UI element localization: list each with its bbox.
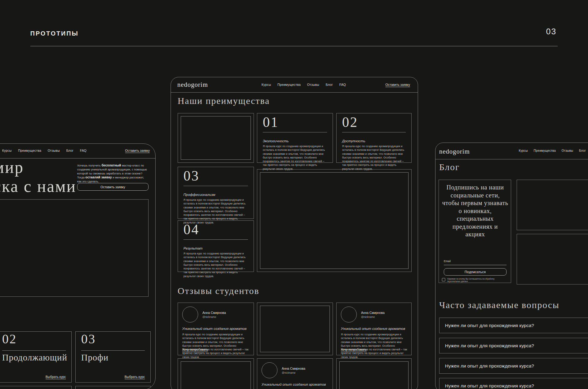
blog-image-placeholder	[517, 180, 588, 230]
faq-item[interactable]: Нужен ли опыт для прохождения курса?	[439, 378, 588, 389]
divider	[2, 350, 66, 351]
reviews-heading: Отзывы студентов	[178, 286, 259, 296]
faq-heading: Часто задаваемые вопросы	[439, 300, 560, 310]
faq-item[interactable]: Нужен ли опыт для прохождения курса?	[439, 338, 588, 353]
advantage-card-03: 03 Проффесионализм Я прошла курс по созд…	[178, 167, 254, 219]
leave-request-link[interactable]: Оставить заявку	[386, 83, 410, 86]
nav-item-blog[interactable]: Блог	[66, 149, 74, 152]
hero-intro-text: Хочешь получить бесплатный мастер-класс …	[77, 163, 149, 183]
course-name: Продолжающий	[2, 353, 67, 363]
faq-item[interactable]: Нужен ли опыт для прохождения курса?	[439, 358, 588, 374]
review-text: Я прошла курс по созданию аромапродукции…	[182, 333, 250, 359]
faq-question: Нужен ли опыт для прохождения курса?	[445, 323, 534, 328]
nav-item-faq[interactable]: FAQ	[339, 83, 346, 86]
reviewer-handle: @nickname	[361, 315, 375, 318]
avatar	[182, 307, 198, 322]
review-card: Анна Смирнова @nickname Уникальный опыт …	[178, 303, 254, 355]
nav-item-reviews[interactable]: Отзывы	[562, 149, 573, 152]
prototype-frame-blog: nedogorim Курсы Преимущества Отзывы Блог…	[435, 143, 588, 389]
review-text: Я прошла курс по созданию аромапродукции…	[341, 333, 408, 359]
advantage-label: Доступность	[342, 139, 365, 143]
course-card-partial	[0, 386, 72, 389]
try-it-link[interactable]: Хочу попробовать	[341, 348, 367, 351]
image-placeholder	[178, 358, 254, 389]
faq-item[interactable]: Нужен ли опыт для прохождения курса?	[439, 318, 588, 333]
advantage-text: Я прошла курс по созданию аромапродукции…	[342, 144, 408, 171]
advantage-number: 03	[183, 168, 199, 184]
advantage-label: Результат	[183, 246, 202, 250]
reviewer-handle: @nickname	[202, 315, 216, 318]
board-rule	[30, 46, 558, 46]
nav-item-reviews[interactable]: Отзывы	[48, 149, 60, 152]
review-title: Уникальный опыт создания ароматов	[341, 327, 405, 330]
reviewer-handle: @nickname	[282, 371, 296, 374]
intro-bold-2: оставляй заявку	[85, 175, 112, 179]
image-placeholder-inner	[339, 361, 409, 389]
board-page-number: 03	[546, 27, 556, 36]
nav-item-faq[interactable]: FAQ	[80, 149, 87, 152]
course-card-partial	[75, 386, 151, 389]
divider	[342, 132, 406, 132]
try-it-link[interactable]: Хочу попробовать	[182, 348, 208, 351]
review-title: Уникальный опыт создания ароматов	[182, 327, 247, 330]
subscribe-card: Подпишись на наши социальные сети, чтобы…	[439, 180, 511, 283]
divider	[81, 350, 145, 351]
divider	[263, 132, 327, 132]
divider	[183, 239, 248, 240]
avatar	[262, 362, 277, 378]
prototype-frame-advantages: nedogorim Курсы Преимущества Отзывы Блог…	[171, 77, 418, 389]
intro-bold-1: бесплатный	[101, 163, 121, 167]
advantage-text: Я прошла курс по созданию аромапродукции…	[183, 252, 249, 278]
hero-heading-line1: мир	[0, 158, 24, 177]
board-title: ПРОТОТИПЫ	[30, 30, 79, 37]
course-number: 03	[81, 332, 96, 346]
image-placeholder	[336, 358, 412, 389]
intro-part-1: Хочешь получить	[77, 164, 101, 167]
advantages-heading: Наши преимущества	[178, 96, 270, 106]
logo: nedogorim	[177, 81, 208, 89]
divider	[183, 186, 248, 186]
advantage-card-04: 04 Результат Я прошла курс по созданию а…	[178, 220, 254, 272]
course-card-03: 03 Профи Выбрать курс	[75, 331, 151, 383]
hero-image-placeholder	[0, 199, 149, 297]
nav-item-courses[interactable]: Курсы	[262, 83, 271, 86]
review-card: Анна Смирнова @nickname Уникальный опыт …	[336, 303, 412, 355]
course-number: 02	[2, 332, 17, 346]
nav-item-reviews[interactable]: Отзывы	[307, 83, 319, 86]
hero-request-button[interactable]: Оставить заявку	[77, 183, 149, 191]
reviewer-name: Анна Смирнова	[282, 367, 305, 370]
faq-question: Нужен ли опыт для прохождения курса?	[445, 363, 534, 369]
nav-item-blog[interactable]: Блог	[326, 83, 333, 86]
consent-checkbox[interactable]	[442, 278, 445, 281]
image-placeholder-inner	[181, 361, 251, 389]
subscribe-text: Подпишись на наши социальные сети, чтобы…	[442, 184, 508, 238]
blog-heading: Блог	[439, 162, 460, 172]
faq-question: Нужен ли опыт для прохождения курса?	[445, 383, 534, 389]
advantage-label: Экологичность	[263, 139, 289, 143]
image-placeholder-inner	[260, 306, 330, 352]
advantage-number: 04	[183, 221, 199, 238]
center-frame-nav: Курсы Преимущества Отзывы Блог FAQ	[262, 83, 346, 86]
prototypes-board: ПРОТОТИПЫ 03 Курсы Преимущества Отзывы Б…	[0, 0, 588, 389]
advantage-text: Я прошла курс по созданию аромапродукции…	[263, 144, 328, 171]
left-frame-nav: Курсы Преимущества Отзывы Блог FAQ	[2, 149, 86, 152]
email-input[interactable]	[444, 265, 507, 265]
leave-request-link[interactable]: Оставить заявку	[125, 149, 150, 152]
nav-item-courses[interactable]: Курсы	[519, 149, 528, 152]
header-divider	[435, 159, 588, 159]
nav-item-advantages[interactable]: Преимущества	[277, 83, 301, 86]
nav-item-advantages[interactable]: Преимущества	[18, 149, 41, 152]
hero-heading-line2: ска с нами	[0, 177, 76, 196]
reviewer-name: Анна Смирнова	[361, 311, 385, 315]
nav-item-courses[interactable]: Курсы	[2, 149, 12, 152]
advantage-label: Проффесионализм	[183, 193, 215, 196]
subscribe-button[interactable]: Подписаться	[444, 268, 507, 276]
choose-course-link[interactable]: Выбрать курс	[125, 375, 145, 379]
nav-item-advantages[interactable]: Преимущества	[533, 149, 556, 152]
avatar	[341, 307, 357, 322]
nav-item-blog[interactable]: Блог	[579, 149, 586, 152]
blog-image-placeholder	[517, 234, 588, 284]
choose-course-link[interactable]: Выбрать курс	[46, 375, 66, 379]
advantage-number: 01	[263, 114, 279, 130]
review-card: Анна Смирнова @nickname Уникальный опыт …	[257, 358, 333, 389]
